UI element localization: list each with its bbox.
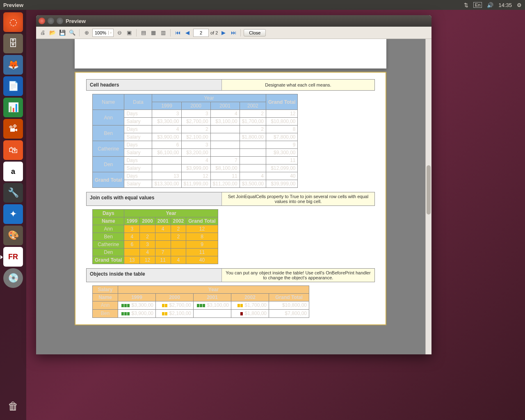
writer-icon[interactable]: 📄: [3, 76, 23, 96]
fullpage-icon[interactable]: ▣: [125, 29, 133, 37]
zoom-combo[interactable]: ▾: [92, 29, 114, 37]
gear-icon[interactable]: ⚙: [517, 2, 522, 8]
section-cell-headers: Cell headers Designate what each cell me…: [86, 79, 375, 91]
app-icon[interactable]: ✦: [3, 204, 23, 224]
section-join-cells: Join cells with equal values Set JoinEqu…: [86, 192, 375, 206]
viewport[interactable]: Cell headers Designate what each cell me…: [36, 39, 431, 354]
zoom-dropdown-icon[interactable]: ▾: [108, 31, 113, 35]
page-settings-icon[interactable]: ▥: [159, 29, 167, 37]
page-total: of 2: [210, 30, 218, 35]
keyboard-indicator[interactable]: En: [473, 2, 482, 8]
window-minimize-icon[interactable]: [48, 18, 54, 24]
next-page-icon[interactable]: ▶: [219, 29, 228, 37]
titlebar[interactable]: Preview: [36, 15, 431, 27]
trash-icon[interactable]: 🗑: [3, 396, 23, 416]
first-page-icon[interactable]: ⏮: [173, 29, 182, 37]
top-menubar: Preview ⇅ En 🔊 14:35 ⚙: [0, 0, 525, 10]
software-center-icon[interactable]: 🛍: [3, 140, 23, 160]
open-icon[interactable]: 📂: [48, 29, 57, 37]
settings-icon[interactable]: 🔧: [3, 183, 23, 203]
window-maximize-icon[interactable]: [57, 18, 63, 24]
section-title: Cell headers: [87, 80, 222, 90]
disc-icon[interactable]: 💿: [3, 268, 23, 288]
section-desc: You can put any object inside the table!…: [222, 269, 374, 282]
print-icon[interactable]: 🖨: [39, 29, 47, 37]
section-objects: Objects inside the table You can put any…: [86, 268, 375, 282]
section-title: Objects inside the table: [87, 269, 222, 282]
impress-icon[interactable]: 📽: [3, 119, 23, 139]
table-objects: SalaryYearName1999200020012002Grand Tota…: [92, 285, 309, 318]
section-title: Join cells with equal values: [87, 192, 222, 205]
app-title: Preview: [3, 2, 23, 8]
preview-window: Preview 🖨 📂 💾 🔍 ⊕ ▾ ⊖ ▣ ▤ ▦ ▥ ⏮ ◀ of 2 ▶…: [36, 15, 431, 354]
zoom-out-icon[interactable]: ⊖: [115, 29, 123, 37]
scroll-thumb[interactable]: [427, 165, 431, 215]
files-icon[interactable]: 🗄: [3, 34, 23, 53]
dash-icon[interactable]: ◌: [3, 12, 23, 32]
fastreport-icon[interactable]: FR: [3, 247, 23, 267]
zoom-in-icon[interactable]: ⊕: [82, 29, 91, 37]
save-icon[interactable]: 💾: [58, 29, 66, 37]
scrollbar[interactable]: [425, 39, 431, 354]
page-2: Cell headers Designate what each cell me…: [75, 72, 386, 325]
volume-icon[interactable]: 🔊: [487, 2, 493, 8]
section-desc: Set JoinEqualCells property to True to j…: [222, 192, 374, 205]
section-desc: Designate what each cell means.: [222, 80, 374, 90]
table-join-cells: DaysYearName1999200020012002Grand TotalA…: [92, 209, 218, 264]
page-1-tail: [75, 39, 386, 68]
firefox-icon[interactable]: 🦊: [3, 55, 23, 75]
window-title: Preview: [66, 18, 86, 24]
zoom-input[interactable]: [93, 30, 108, 35]
launcher: ◌ 🗄 🦊 📄 📊 📽 🛍 a 🔧 ✦ 🎨 FR 💿 🗑: [0, 10, 26, 420]
gimp-icon[interactable]: 🎨: [3, 226, 23, 245]
thumbnails-icon[interactable]: ▦: [149, 29, 158, 37]
clock[interactable]: 14:35: [498, 2, 512, 8]
prev-page-icon[interactable]: ◀: [183, 29, 192, 37]
toolbar: 🖨 📂 💾 🔍 ⊕ ▾ ⊖ ▣ ▤ ▦ ▥ ⏮ ◀ of 2 ▶ ⏭ Close: [36, 27, 431, 39]
table-cell-headers: NameDataYearGrand Total1999200020012002A…: [92, 94, 298, 188]
last-page-icon[interactable]: ⏭: [229, 29, 237, 37]
find-icon[interactable]: 🔍: [68, 29, 76, 37]
network-icon[interactable]: ⇅: [464, 2, 468, 8]
calc-icon[interactable]: 📊: [3, 98, 23, 117]
window-close-icon[interactable]: [39, 18, 45, 24]
page-input[interactable]: [194, 29, 208, 37]
amazon-icon[interactable]: a: [3, 162, 23, 181]
close-button[interactable]: Close: [244, 29, 266, 37]
outline-icon[interactable]: ▤: [139, 29, 148, 37]
